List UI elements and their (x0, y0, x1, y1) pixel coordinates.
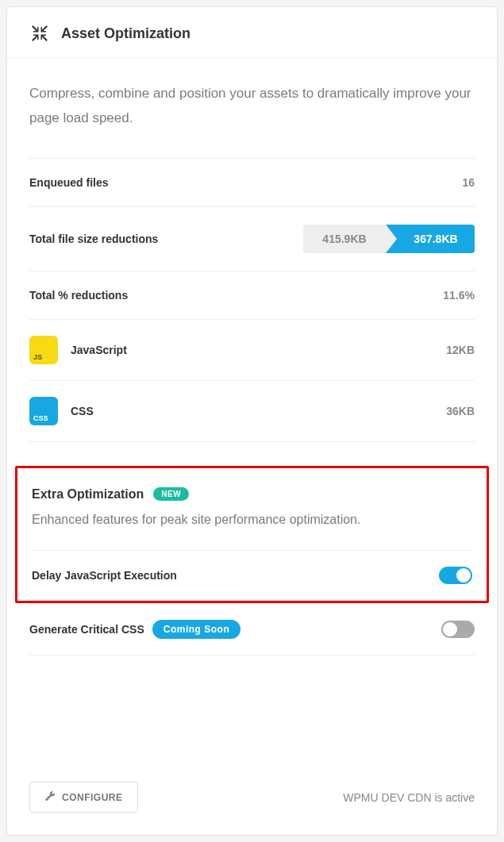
stat-value: 16 (462, 176, 475, 189)
toggle-row-delay-js: Delay JavaScript Execution (32, 550, 472, 601)
stat-row-percent: Total % reductions 11.6% (29, 271, 475, 319)
configure-label: CONFIGURE (62, 792, 123, 803)
wrench-icon (44, 790, 56, 804)
extra-optimization-highlight: Extra Optimization NEW Enhanced features… (15, 466, 489, 604)
asset-name: JavaScript (71, 344, 446, 356)
section-title-row: Extra Optimization NEW (32, 487, 472, 502)
asset-row-js: JS JavaScript 12KB (29, 319, 475, 380)
critical-css-toggle[interactable] (441, 621, 475, 638)
asset-size: 12KB (446, 344, 475, 356)
delay-js-toggle[interactable] (439, 567, 472, 584)
new-badge: NEW (153, 487, 189, 501)
compress-icon (29, 23, 50, 44)
card-description: Compress, combine and position your asse… (29, 81, 475, 131)
stat-label: Enqueued files (29, 176, 109, 189)
coming-soon-badge: Coming Soon (152, 620, 241, 639)
asset-row-css: CSS CSS 36KB (29, 380, 475, 442)
stat-value: 11.6% (443, 289, 475, 302)
extra-optimization-description: Enhanced features for peak site performa… (32, 509, 472, 530)
card-footer: CONFIGURE WPMU DEV CDN is active (7, 763, 497, 835)
cdn-status: WPMU DEV CDN is active (343, 791, 475, 804)
toggle-label: Delay JavaScript Execution (32, 569, 177, 582)
arrow-separator (386, 225, 397, 253)
card-header: Asset Optimization (7, 7, 497, 59)
old-size-segment: 415.9KB (303, 225, 386, 253)
card-title: Asset Optimization (61, 25, 190, 42)
stat-row-enqueued: Enqueued files 16 (29, 158, 475, 206)
stat-label: Total file size reductions (29, 233, 158, 245)
css-icon: CSS (29, 397, 58, 425)
file-size-bar: 415.9KB 367.8KB (303, 225, 475, 253)
card-body: Compress, combine and position your asse… (7, 59, 497, 763)
new-size-segment: 367.8KB (397, 225, 475, 253)
asset-size: 36KB (446, 405, 475, 417)
extra-optimization-title: Extra Optimization (32, 487, 144, 502)
toggle-label: Generate Critical CSS Coming Soon (29, 620, 240, 639)
stat-label: Total % reductions (29, 289, 128, 302)
configure-button[interactable]: CONFIGURE (29, 782, 138, 813)
asset-name: CSS (71, 405, 446, 417)
asset-optimization-card: Asset Optimization Compress, combine and… (6, 6, 498, 836)
js-icon: JS (29, 336, 58, 364)
stat-row-size-reductions: Total file size reductions 415.9KB 367.8… (29, 206, 475, 271)
toggle-text: Generate Critical CSS (29, 623, 144, 636)
toggle-row-critical-css: Generate Critical CSS Coming Soon (29, 603, 475, 656)
